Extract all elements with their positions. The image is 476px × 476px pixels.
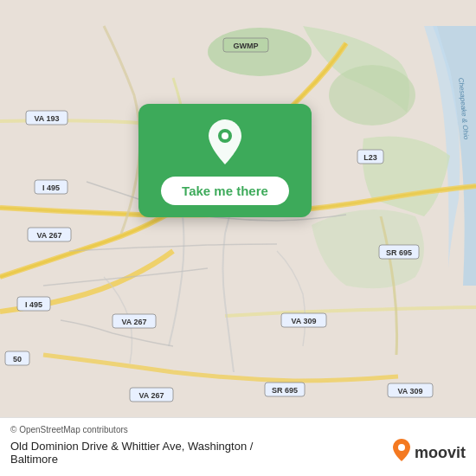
svg-text:GWMP: GWMP bbox=[234, 42, 259, 50]
svg-text:50: 50 bbox=[13, 355, 22, 363]
osm-text: © OpenStreetMap contributors bbox=[10, 425, 128, 434]
moovit-label: moovit bbox=[415, 444, 466, 462]
location-line2: Baltimore bbox=[10, 453, 58, 466]
osm-credit: © OpenStreetMap contributors bbox=[10, 425, 466, 434]
svg-text:L23: L23 bbox=[363, 153, 377, 162]
svg-point-34 bbox=[398, 444, 405, 451]
location-row: Old Dominion Drive & Whittier Ave, Washi… bbox=[10, 438, 466, 467]
moovit-logo: moovit bbox=[392, 438, 466, 467]
svg-text:VA 309: VA 309 bbox=[291, 317, 316, 325]
svg-point-2 bbox=[329, 65, 415, 125]
svg-text:VA 309: VA 309 bbox=[397, 387, 422, 396]
location-pin-icon bbox=[203, 119, 248, 164]
svg-text:VA 267: VA 267 bbox=[138, 391, 164, 400]
moovit-pin-icon bbox=[392, 438, 411, 467]
navigation-card: Take me there bbox=[138, 104, 312, 217]
take-me-there-button[interactable]: Take me there bbox=[161, 177, 289, 205]
svg-text:VA 267: VA 267 bbox=[36, 231, 61, 240]
svg-text:I 495: I 495 bbox=[42, 183, 60, 192]
svg-text:SR 695: SR 695 bbox=[386, 248, 412, 257]
location-line1: Old Dominion Drive & Whittier Ave, Washi… bbox=[10, 440, 253, 453]
svg-text:VA 193: VA 193 bbox=[34, 114, 59, 123]
map-container: GWMP VA 193 SR 102 L23 I 495 VA 267 SR 6… bbox=[0, 0, 476, 476]
svg-text:VA 267: VA 267 bbox=[121, 318, 146, 326]
location-text: Old Dominion Drive & Whittier Ave, Washi… bbox=[10, 440, 392, 466]
svg-text:I 495: I 495 bbox=[25, 300, 42, 309]
svg-text:SR 695: SR 695 bbox=[272, 386, 298, 395]
map-background: GWMP VA 193 SR 102 L23 I 495 VA 267 SR 6… bbox=[0, 0, 476, 476]
footer: © OpenStreetMap contributors Old Dominio… bbox=[0, 417, 476, 476]
svg-point-33 bbox=[222, 132, 228, 139]
